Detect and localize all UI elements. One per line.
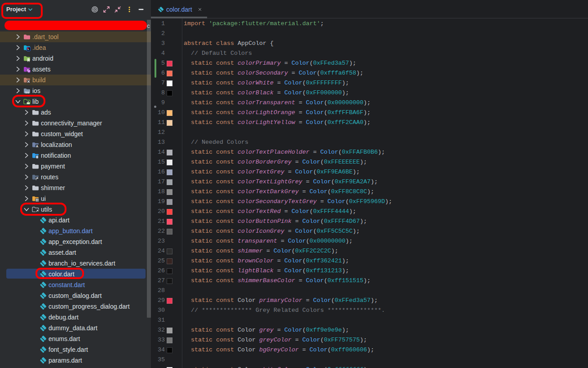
svg-text:ios: ios xyxy=(25,91,30,94)
svg-text:A: A xyxy=(36,144,38,148)
